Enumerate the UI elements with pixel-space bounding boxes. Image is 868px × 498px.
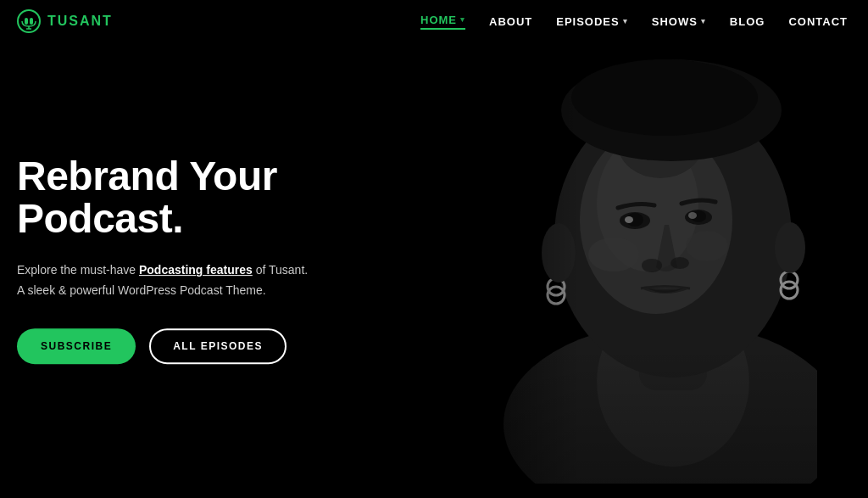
all-episodes-button[interactable]: ALL EPISODES [149, 328, 287, 364]
nav-links: HOME ▾ ABOUT EPISODES ▾ SHOWS ▾ BLOG CON… [420, 14, 848, 30]
hero-description: Explore the must-have Podcasting feature… [17, 260, 381, 301]
nav-blog[interactable]: BLOG [730, 15, 765, 28]
brand-logo-icon [17, 9, 41, 33]
navbar: TUSANT HOME ▾ ABOUT EPISODES ▾ SHOWS ▾ B… [0, 0, 868, 42]
svg-rect-30 [30, 18, 33, 25]
logo[interactable]: TUSANT [17, 9, 113, 33]
brand-name: TUSANT [47, 14, 113, 29]
nav-episodes[interactable]: EPISODES ▾ [556, 15, 627, 28]
nav-shows[interactable]: SHOWS ▾ [652, 15, 706, 28]
shows-chevron-icon: ▾ [701, 17, 706, 25]
home-chevron-icon: ▾ [460, 15, 465, 24]
nav-contact[interactable]: CONTACT [788, 15, 848, 28]
nav-about[interactable]: ABOUT [489, 15, 532, 28]
svg-rect-27 [410, 25, 817, 484]
hero-person-image [410, 25, 817, 484]
subscribe-button[interactable]: SUBSCRIBE [17, 328, 136, 364]
hero-buttons: SUBSCRIBE ALL EPISODES [17, 328, 381, 364]
hero-section: TUSANT HOME ▾ ABOUT EPISODES ▾ SHOWS ▾ B… [0, 0, 868, 498]
nav-home[interactable]: HOME ▾ [420, 14, 465, 30]
podcasting-features-link[interactable]: Podcasting features [139, 263, 253, 277]
hero-title: Rebrand Your Podcast. [17, 155, 381, 241]
svg-rect-29 [25, 18, 28, 25]
episodes-chevron-icon: ▾ [623, 17, 628, 25]
hero-content: Rebrand Your Podcast. Explore the must-h… [17, 155, 381, 364]
